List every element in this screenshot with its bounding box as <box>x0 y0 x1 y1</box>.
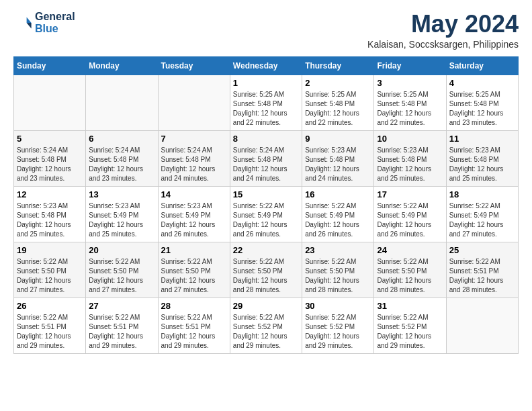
weekday-header-wednesday: Wednesday <box>230 56 302 75</box>
calendar-cell: 14Sunrise: 5:23 AM Sunset: 5:49 PM Dayli… <box>158 186 230 242</box>
day-number: 13 <box>89 189 154 199</box>
day-number: 16 <box>305 189 371 199</box>
calendar-cell: 31Sunrise: 5:22 AM Sunset: 5:52 PM Dayli… <box>374 298 446 353</box>
day-number: 10 <box>377 134 443 144</box>
day-number: 5 <box>17 134 83 144</box>
calendar-cell: 17Sunrise: 5:22 AM Sunset: 5:49 PM Dayli… <box>374 186 446 242</box>
day-number: 12 <box>17 189 83 199</box>
logo-icon <box>13 13 32 32</box>
weekday-header-friday: Friday <box>374 56 446 75</box>
day-number: 23 <box>305 245 371 255</box>
day-number: 18 <box>449 189 515 199</box>
day-info: Sunrise: 5:24 AM Sunset: 5:48 PM Dayligh… <box>233 146 299 183</box>
day-number: 3 <box>377 78 443 88</box>
day-info: Sunrise: 5:25 AM Sunset: 5:48 PM Dayligh… <box>377 90 443 128</box>
calendar-cell: 15Sunrise: 5:22 AM Sunset: 5:49 PM Dayli… <box>230 186 302 242</box>
day-info: Sunrise: 5:22 AM Sunset: 5:52 PM Dayligh… <box>377 313 443 351</box>
calendar-cell <box>14 75 86 130</box>
day-number: 7 <box>161 134 227 144</box>
day-info: Sunrise: 5:22 AM Sunset: 5:51 PM Dayligh… <box>449 257 515 295</box>
calendar-cell: 6Sunrise: 5:24 AM Sunset: 5:48 PM Daylig… <box>86 130 158 186</box>
calendar-cell: 25Sunrise: 5:22 AM Sunset: 5:51 PM Dayli… <box>446 242 518 298</box>
day-number: 1 <box>233 78 299 88</box>
page-header: General Blue May 2024 Kalaisan, Soccsksa… <box>13 11 519 50</box>
title-block: May 2024 Kalaisan, Soccsksargen, Philipp… <box>367 11 519 50</box>
day-number: 30 <box>305 301 371 311</box>
calendar-cell: 18Sunrise: 5:22 AM Sunset: 5:49 PM Dayli… <box>446 186 518 242</box>
day-info: Sunrise: 5:22 AM Sunset: 5:50 PM Dayligh… <box>17 257 83 295</box>
day-info: Sunrise: 5:23 AM Sunset: 5:48 PM Dayligh… <box>305 146 371 183</box>
weekday-header-monday: Monday <box>86 56 158 75</box>
calendar-cell <box>86 75 158 130</box>
day-number: 24 <box>377 245 443 255</box>
calendar-cell: 11Sunrise: 5:23 AM Sunset: 5:48 PM Dayli… <box>446 130 518 186</box>
day-number: 25 <box>449 245 515 255</box>
day-info: Sunrise: 5:25 AM Sunset: 5:48 PM Dayligh… <box>305 90 371 128</box>
day-number: 28 <box>161 301 227 311</box>
calendar-cell: 10Sunrise: 5:23 AM Sunset: 5:48 PM Dayli… <box>374 130 446 186</box>
svg-marker-0 <box>27 17 32 23</box>
calendar-cell: 3Sunrise: 5:25 AM Sunset: 5:48 PM Daylig… <box>374 75 446 130</box>
weekday-header-sunday: Sunday <box>14 56 86 75</box>
calendar-cell: 20Sunrise: 5:22 AM Sunset: 5:50 PM Dayli… <box>86 242 158 298</box>
calendar-header: SundayMondayTuesdayWednesdayThursdayFrid… <box>14 56 519 75</box>
calendar-cell: 29Sunrise: 5:22 AM Sunset: 5:52 PM Dayli… <box>230 298 302 353</box>
day-number: 21 <box>161 245 227 255</box>
calendar-cell: 12Sunrise: 5:23 AM Sunset: 5:48 PM Dayli… <box>14 186 86 242</box>
day-info: Sunrise: 5:24 AM Sunset: 5:48 PM Dayligh… <box>17 146 83 183</box>
calendar-week-1: 1Sunrise: 5:25 AM Sunset: 5:48 PM Daylig… <box>14 75 519 130</box>
weekday-header-tuesday: Tuesday <box>158 56 230 75</box>
day-info: Sunrise: 5:22 AM Sunset: 5:49 PM Dayligh… <box>377 201 443 239</box>
day-info: Sunrise: 5:22 AM Sunset: 5:50 PM Dayligh… <box>161 257 227 295</box>
location-subtitle: Kalaisan, Soccsksargen, Philippines <box>367 39 519 50</box>
calendar-cell: 22Sunrise: 5:22 AM Sunset: 5:50 PM Dayli… <box>230 242 302 298</box>
calendar-cell: 30Sunrise: 5:22 AM Sunset: 5:52 PM Dayli… <box>302 298 374 353</box>
calendar-cell: 28Sunrise: 5:22 AM Sunset: 5:51 PM Dayli… <box>158 298 230 353</box>
day-number: 19 <box>17 245 83 255</box>
calendar-cell: 9Sunrise: 5:23 AM Sunset: 5:48 PM Daylig… <box>302 130 374 186</box>
weekday-header-thursday: Thursday <box>302 56 374 75</box>
day-number: 11 <box>449 134 515 144</box>
day-number: 26 <box>17 301 83 311</box>
day-info: Sunrise: 5:22 AM Sunset: 5:50 PM Dayligh… <box>305 257 371 295</box>
day-number: 20 <box>89 245 154 255</box>
calendar-cell: 5Sunrise: 5:24 AM Sunset: 5:48 PM Daylig… <box>14 130 86 186</box>
logo: General Blue <box>13 11 75 35</box>
day-info: Sunrise: 5:23 AM Sunset: 5:48 PM Dayligh… <box>449 146 515 183</box>
calendar-cell <box>158 75 230 130</box>
day-info: Sunrise: 5:25 AM Sunset: 5:48 PM Dayligh… <box>233 90 299 128</box>
day-info: Sunrise: 5:22 AM Sunset: 5:52 PM Dayligh… <box>305 313 371 351</box>
calendar-cell: 1Sunrise: 5:25 AM Sunset: 5:48 PM Daylig… <box>230 75 302 130</box>
weekday-header-saturday: Saturday <box>446 56 518 75</box>
day-info: Sunrise: 5:22 AM Sunset: 5:52 PM Dayligh… <box>233 313 299 351</box>
day-info: Sunrise: 5:22 AM Sunset: 5:51 PM Dayligh… <box>17 313 83 351</box>
day-number: 27 <box>89 301 154 311</box>
calendar-cell: 7Sunrise: 5:24 AM Sunset: 5:48 PM Daylig… <box>158 130 230 186</box>
day-number: 31 <box>377 301 443 311</box>
day-info: Sunrise: 5:22 AM Sunset: 5:50 PM Dayligh… <box>233 257 299 295</box>
calendar-table: SundayMondayTuesdayWednesdayThursdayFrid… <box>13 56 519 354</box>
day-number: 6 <box>89 134 154 144</box>
day-info: Sunrise: 5:24 AM Sunset: 5:48 PM Dayligh… <box>89 146 154 183</box>
day-number: 17 <box>377 189 443 199</box>
calendar-cell: 2Sunrise: 5:25 AM Sunset: 5:48 PM Daylig… <box>302 75 374 130</box>
day-info: Sunrise: 5:23 AM Sunset: 5:49 PM Dayligh… <box>89 201 154 239</box>
day-number: 15 <box>233 189 299 199</box>
svg-marker-1 <box>27 23 32 28</box>
calendar-cell: 24Sunrise: 5:22 AM Sunset: 5:50 PM Dayli… <box>374 242 446 298</box>
day-info: Sunrise: 5:22 AM Sunset: 5:50 PM Dayligh… <box>377 257 443 295</box>
day-info: Sunrise: 5:23 AM Sunset: 5:49 PM Dayligh… <box>161 201 227 239</box>
month-year-title: May 2024 <box>367 11 519 38</box>
calendar-cell: 23Sunrise: 5:22 AM Sunset: 5:50 PM Dayli… <box>302 242 374 298</box>
calendar-cell: 26Sunrise: 5:22 AM Sunset: 5:51 PM Dayli… <box>14 298 86 353</box>
day-number: 29 <box>233 301 299 311</box>
day-info: Sunrise: 5:23 AM Sunset: 5:48 PM Dayligh… <box>377 146 443 183</box>
day-info: Sunrise: 5:22 AM Sunset: 5:51 PM Dayligh… <box>161 313 227 351</box>
day-info: Sunrise: 5:22 AM Sunset: 5:49 PM Dayligh… <box>449 201 515 239</box>
logo-text: General Blue <box>35 11 75 35</box>
calendar-cell: 27Sunrise: 5:22 AM Sunset: 5:51 PM Dayli… <box>86 298 158 353</box>
calendar-cell: 8Sunrise: 5:24 AM Sunset: 5:48 PM Daylig… <box>230 130 302 186</box>
day-info: Sunrise: 5:24 AM Sunset: 5:48 PM Dayligh… <box>161 146 227 183</box>
day-number: 22 <box>233 245 299 255</box>
calendar-cell: 21Sunrise: 5:22 AM Sunset: 5:50 PM Dayli… <box>158 242 230 298</box>
